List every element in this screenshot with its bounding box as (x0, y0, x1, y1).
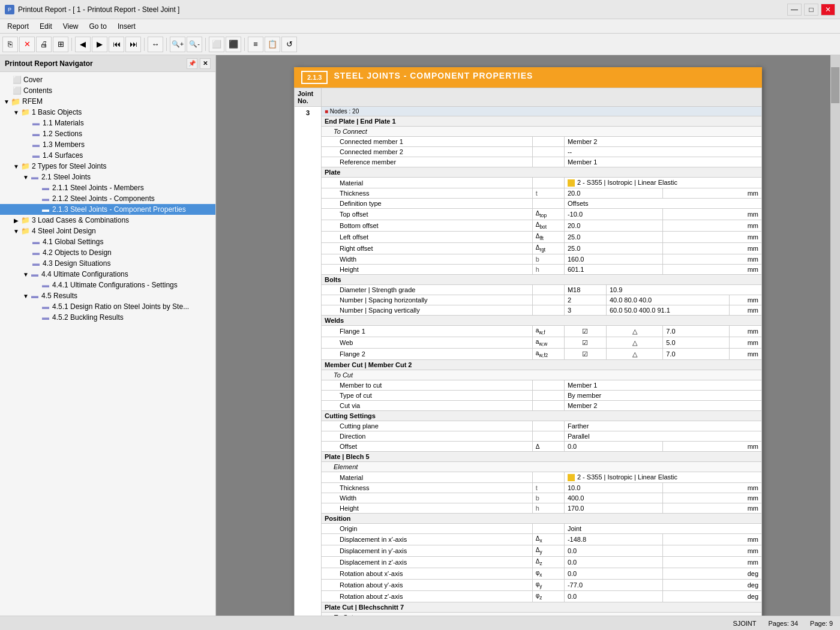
tree-item-sjd[interactable]: ▼ 📁 4 Steel Joint Design (0, 226, 215, 236)
material2-val: 2 - S355 | Isotropic | Linear Elastic (564, 472, 761, 483)
tree-item-results[interactable]: ▼ ▬ 4.5 Results (0, 290, 215, 301)
tree-item-ult-settings[interactable]: ▬ 4.4.1 Ultimate Configurations - Settin… (0, 280, 215, 290)
tb-page-size[interactable]: ⬜ (209, 37, 224, 52)
scrollbar-track[interactable] (830, 55, 840, 616)
web-unit: mm (730, 337, 762, 349)
sj-components-label: 2.1.2 Steel Joints - Components (52, 194, 155, 203)
tb-last[interactable]: ⏭ (125, 37, 141, 52)
conn-m2-val: -- (564, 147, 761, 157)
cover-icon: ⬜ (12, 76, 22, 84)
tb-refresh[interactable]: ↺ (281, 37, 297, 52)
disp-y-sym: Δy (532, 545, 564, 557)
height-val: 601.1 (564, 265, 662, 275)
tree-item-sj[interactable]: ▼ ▬ 2.1 Steel Joints (0, 172, 215, 182)
menu-bar: Report Edit View Go to Insert (0, 19, 840, 34)
res-design-icon: ▬ (41, 302, 50, 311)
res-design-label: 4.5.1 Design Ratio on Steel Joints by St… (52, 302, 189, 311)
menu-goto[interactable]: Go to (85, 21, 112, 32)
tb-zoom-out[interactable]: 🔍- (187, 37, 202, 52)
menu-edit[interactable]: Edit (35, 21, 57, 32)
close-button[interactable]: ✕ (821, 4, 835, 16)
tb-options[interactable]: ⊞ (53, 37, 68, 52)
buckling-label: 4.5.2 Buckling Results (52, 313, 124, 322)
row-rot-z: Rotation about z'-axis φz 0.0 deg (295, 591, 762, 602)
tb-fit[interactable]: ↔ (148, 37, 163, 52)
menu-view[interactable]: View (58, 21, 83, 32)
tree-item-sj-members[interactable]: ▬ 2.1.1 Steel Joints - Members (0, 182, 215, 193)
def-type-val: Offsets (564, 199, 761, 209)
left-offset-val: 25.0 (564, 232, 662, 243)
ref-member-label: Reference member (322, 157, 533, 167)
sj-components-icon: ▬ (41, 194, 50, 203)
type-cut-label: Type of cut (322, 391, 533, 401)
tree-item-loadcases[interactable]: ▶ 📁 3 Load Cases & Combinations (0, 215, 215, 226)
row-height: Height h 601.1 mm (295, 265, 762, 275)
bolts-header: Bolts (322, 275, 762, 285)
height2-val: 170.0 (564, 503, 662, 514)
width2-unit: mm (663, 493, 762, 503)
tree-item-members[interactable]: ▬ 1.3 Members (0, 139, 215, 150)
panel-close[interactable]: ✕ (200, 58, 211, 69)
height2-sym: h (532, 503, 564, 514)
height-sym: h (532, 265, 564, 275)
tree-item-materials[interactable]: ▬ 1.1 Materials (0, 118, 215, 128)
sj-comp-props-label: 2.1.3 Steel Joints - Component Propertie… (52, 205, 186, 214)
menu-report[interactable]: Report (2, 21, 34, 32)
row-direction: Direction Parallel (295, 431, 762, 442)
title-bar-controls[interactable]: — □ ✕ (787, 4, 835, 16)
rot-z-label: Rotation about z'-axis (322, 591, 533, 602)
tree-item-design-sit[interactable]: ▬ 4.3 Design Situations (0, 258, 215, 269)
tb-prev[interactable]: ◀ (75, 37, 91, 52)
group-end-plate: End Plate | End Plate 1 (295, 116, 762, 127)
member-cut-header: Member Cut | Member Cut 2 (322, 360, 762, 370)
tb-next[interactable]: ▶ (92, 37, 107, 52)
bot-offset-sym: Δbot (532, 220, 564, 232)
tree-item-buckling[interactable]: ▬ 4.5.2 Buckling Results (0, 312, 215, 323)
direction-label: Direction (322, 431, 533, 442)
tree-item-types[interactable]: ▼ 📁 2 Types for Steel Joints (0, 161, 215, 172)
tree-item-surfaces[interactable]: ▬ 1.4 Surfaces (0, 150, 215, 161)
panel-pin[interactable]: 📌 (187, 58, 197, 69)
tree-item-sj-comp-props[interactable]: ▬ 2.1.3 Steel Joints - Component Propert… (0, 204, 215, 215)
width2-val: 400.0 (564, 493, 662, 503)
tree-item-sj-components[interactable]: ▬ 2.1.2 Steel Joints - Components (0, 193, 215, 204)
plate-header: Plate (322, 167, 762, 178)
tb-print[interactable]: 🖨 (36, 37, 52, 52)
tree-item-global[interactable]: ▬ 4.1 Global Settings (0, 236, 215, 247)
sections-icon: ▬ (31, 130, 41, 138)
row-offset: Offset Δ 0.0 mm (295, 442, 762, 452)
sub-to-cut2: To Cut (295, 613, 762, 616)
element-sub: Element (322, 462, 762, 472)
minimize-button[interactable]: — (787, 4, 802, 16)
thickness-sym: t (532, 188, 564, 199)
menu-insert[interactable]: Insert (113, 21, 140, 32)
tree-item-sections[interactable]: ▬ 1.2 Sections (0, 128, 215, 139)
disp-x-unit: mm (663, 534, 762, 545)
tb-export[interactable]: 📋 (265, 37, 280, 52)
tree-item-ultimate[interactable]: ▼ ▬ 4.4 Ultimate Configurations (0, 269, 215, 280)
tb-close[interactable]: ✕ (19, 37, 35, 52)
scrollbar-thumb[interactable] (831, 67, 839, 103)
tb-full[interactable]: ⬛ (226, 37, 241, 52)
tree-item-rfem[interactable]: ▼ 📁 RFEM (0, 96, 215, 107)
sep5 (244, 38, 245, 51)
flange2-label: Flange 2 (322, 349, 533, 360)
current-page: Page: 9 (810, 620, 833, 627)
tb-first[interactable]: ⏮ (109, 37, 124, 52)
tree-item-contents[interactable]: ⬜ Contents (0, 85, 215, 96)
width-unit: mm (663, 254, 762, 265)
rot-x-sym: φx (532, 568, 564, 580)
tree-item-res-design[interactable]: ▬ 4.5.1 Design Ratio on Steel Joints by … (0, 301, 215, 312)
tb-view-opts[interactable]: ≡ (248, 37, 263, 52)
tree-item-basic[interactable]: ▼ 📁 1 Basic Objects (0, 107, 215, 118)
right-offset-sym: Δrgt (532, 243, 564, 254)
tb-zoom-in[interactable]: 🔍+ (170, 37, 185, 52)
tree-item-objects[interactable]: ▬ 4.2 Objects to Design (0, 247, 215, 258)
tree-item-cover[interactable]: ⬜ Cover (0, 74, 215, 85)
maximize-button[interactable]: □ (804, 4, 818, 16)
section-badge: 2.1.3 (301, 71, 328, 84)
tb-new[interactable]: ⎘ (2, 37, 18, 52)
tree-container: ⬜ Cover ⬜ Contents ▼ 📁 RFEM ▼ 📁 1 Basic … (0, 72, 215, 616)
types-folder-icon: 📁 (20, 162, 30, 170)
row-rot-y: Rotation about y'-axis φy -77.0 deg (295, 580, 762, 591)
